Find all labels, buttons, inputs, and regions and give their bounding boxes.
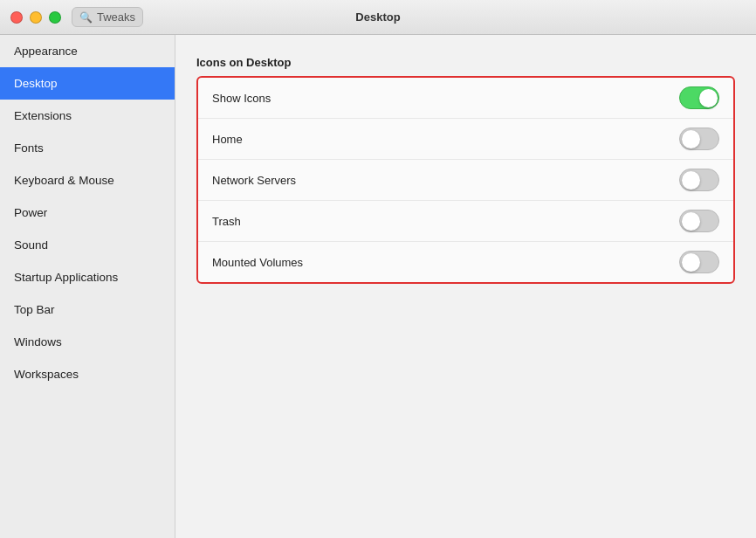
setting-label-mounted-volumes: Mounted Volumes <box>212 256 303 269</box>
setting-row-mounted-volumes: Mounted Volumes <box>198 242 733 282</box>
maximize-button[interactable] <box>49 11 61 24</box>
toggle-knob-home <box>682 130 700 148</box>
sidebar-item-keyboard-mouse[interactable]: Keyboard & Mouse <box>0 164 175 197</box>
toggle-network-servers[interactable] <box>679 169 719 191</box>
toggle-mounted-volumes[interactable] <box>679 251 719 273</box>
toggle-knob-trash <box>682 212 700 231</box>
section-title: Icons on Desktop <box>196 56 735 69</box>
sidebar-item-fonts[interactable]: Fonts <box>0 132 175 164</box>
sidebar-item-top-bar[interactable]: Top Bar <box>0 293 175 326</box>
setting-label-network-servers: Network Servers <box>212 174 296 187</box>
search-box[interactable]: 🔍 Tweaks <box>72 7 143 27</box>
minimize-button[interactable] <box>30 11 42 24</box>
sidebar-item-sound[interactable]: Sound <box>0 229 175 261</box>
main-layout: AppearanceDesktopExtensionsFontsKeyboard… <box>0 35 756 538</box>
sidebar-item-startup-applications[interactable]: Startup Applications <box>0 261 175 293</box>
content-area: Icons on Desktop Show IconsHomeNetwork S… <box>175 35 756 538</box>
sidebar-item-desktop[interactable]: Desktop <box>0 67 175 100</box>
setting-label-home: Home <box>212 133 243 146</box>
setting-row-trash: Trash <box>198 201 733 242</box>
sidebar-item-windows[interactable]: Windows <box>0 326 175 358</box>
search-label: Tweaks <box>97 10 135 24</box>
sidebar-item-workspaces[interactable]: Workspaces <box>0 358 175 390</box>
setting-row-home: Home <box>198 119 733 160</box>
setting-label-show-icons: Show Icons <box>212 92 271 105</box>
setting-row-network-servers: Network Servers <box>198 160 733 201</box>
settings-box: Show IconsHomeNetwork ServersTrashMounte… <box>196 76 735 284</box>
sidebar-item-appearance[interactable]: Appearance <box>0 35 175 67</box>
sidebar: AppearanceDesktopExtensionsFontsKeyboard… <box>0 35 175 538</box>
search-icon: 🔍 <box>79 11 93 24</box>
titlebar: 🔍 Tweaks Desktop <box>0 0 756 35</box>
setting-row-show-icons: Show Icons <box>198 78 733 119</box>
toggle-knob-mounted-volumes <box>682 253 700 272</box>
toggle-knob-show-icons <box>699 89 718 107</box>
toggle-knob-network-servers <box>682 171 700 190</box>
toggle-show-icons[interactable] <box>679 86 719 109</box>
toggle-trash[interactable] <box>679 210 719 232</box>
sidebar-item-extensions[interactable]: Extensions <box>0 100 175 132</box>
sidebar-item-power[interactable]: Power <box>0 197 175 229</box>
toggle-home[interactable] <box>679 128 719 150</box>
titlebar-buttons <box>10 11 61 24</box>
window-title: Desktop <box>355 10 400 24</box>
close-button[interactable] <box>10 11 23 24</box>
setting-label-trash: Trash <box>212 215 241 228</box>
